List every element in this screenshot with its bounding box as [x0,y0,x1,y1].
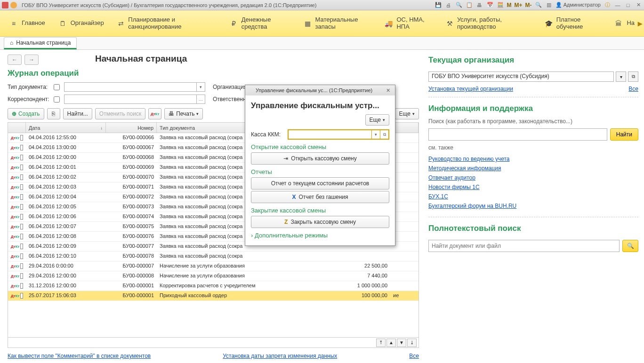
user-label[interactable]: 👤 Администратор [555,2,601,8]
extra-modes-toggle[interactable]: › Дополнительные режимы [251,232,389,239]
panel-icon[interactable]: ▥ [545,1,553,9]
minimize-icon[interactable]: — [614,1,621,9]
info-search-input[interactable] [428,128,607,141]
table-row[interactable]: ДтКт29.04.2016 12:00:00БУ00-000008Начисл… [8,271,419,281]
info-link[interactable]: БУХ.1С [428,193,638,200]
close-icon[interactable]: ✕ [635,1,642,9]
modal-more-button[interactable]: Еще▾ [365,114,389,126]
link-date-lock[interactable]: Установка даты запрета изменения данных [223,353,337,359]
tabbar: ⌂Начальная страница [0,37,644,50]
pager-up[interactable]: ▲ [386,339,396,347]
z-report-icon: Z [284,219,288,225]
dtkt-button[interactable]: ДтКт [148,108,161,119]
info-link[interactable]: Бухгалтерский форум на BUH.RU [428,203,638,209]
report-state-button[interactable]: Отчет о текущем состоянии расчетов [251,177,389,189]
menubar: ≡Главное 🗒Органайзер ⇄Планирование и сан… [0,10,644,37]
save-icon[interactable]: 💾 [435,1,442,9]
link-comment-field[interactable]: Как вывести поле "Комментарий" в списке … [8,353,151,359]
print2-icon[interactable]: 🖶 [476,1,483,9]
memory-m[interactable]: M [507,2,512,8]
plus-icon: ⊕ [12,110,16,117]
org-title: Текущая организация [428,55,638,65]
create-button[interactable]: ⊕Создать [8,108,44,119]
menu-main[interactable]: ≡Главное [3,16,52,31]
info-link[interactable]: Руководство по ведению учета [428,156,638,162]
doc-type-input[interactable]: ▾ [64,82,205,92]
more-button[interactable]: Еще▾ [395,108,419,119]
menu-services[interactable]: ⚒Услуги, работы, производство [439,14,538,33]
chevron-down-icon: ▾ [196,111,199,116]
info-title: Информация и поддержка [428,104,638,113]
clipboard-icon[interactable]: 📋 [466,1,473,9]
corr-label: Корреспондент: [8,96,49,103]
info-icon[interactable]: ⓘ [604,1,611,9]
chevron-down-icon[interactable]: ▾ [371,130,380,139]
table-row[interactable]: ДтКт06.04.2016 12:00:10БУ00-000078Заявка… [8,252,419,261]
col-number[interactable]: Номер [106,123,157,133]
modal-titlebar[interactable]: Управление фискальным ус... (1С:Предприя… [245,85,395,95]
nav-back[interactable]: ← [8,55,22,65]
print-icon[interactable]: 🖨 [445,1,452,9]
menu-organizer[interactable]: 🗒Органайзер [52,16,111,31]
chevron-down-icon[interactable]: ▾ [196,83,205,91]
doc-type-checkbox[interactable] [54,84,60,90]
print-button[interactable]: 🖶Печать▾ [164,108,203,119]
box-icon: ▦ [304,19,312,28]
table-row[interactable]: ДтКт31.12.2016 12:00:00БУ00-000001Коррек… [8,281,419,291]
info-links: Руководство по ведению учетаМетодическая… [428,153,638,212]
pager-down[interactable]: ▼ [397,339,406,347]
shift-close-title: Закрытие кассовой смены [251,207,389,214]
app-icon-2 [10,2,17,8]
menu-scroll-right-icon[interactable]: ▸ [638,18,642,29]
info-link[interactable]: Отвечает аудитор [428,174,638,181]
fts-search-button[interactable]: 🔍 [622,240,638,252]
link-org-all[interactable]: Все [628,86,638,92]
calendar-icon[interactable]: 📅 [486,1,494,9]
link-set-org[interactable]: Установка текущей организации [428,86,513,92]
page-title: Начальная страница [95,54,187,64]
corr-input[interactable]: … [64,95,205,104]
menu-next[interactable]: 🏛На [608,16,641,31]
info-hint: Поиск (как работать в программе, законод… [428,118,638,125]
copy-button[interactable]: ⎘ [47,108,60,119]
col-date[interactable]: Дата↓ [26,123,106,133]
memory-mminus[interactable]: M- [525,2,532,8]
org-open[interactable]: ⧉ [628,71,638,82]
menu-education[interactable]: 🎓Платное обучение [538,14,608,33]
fts-input[interactable] [428,240,620,252]
open-icon[interactable]: ⧉ [380,130,388,139]
search-icon[interactable]: 🔍 [455,1,463,9]
calc-icon[interactable]: 🧮 [497,1,504,9]
zoom-icon[interactable]: 🔍 [535,1,542,9]
find-button[interactable]: Найти... [63,108,92,119]
cancel-search-button[interactable]: Отменить поиск [95,108,145,119]
see-also: см. также [428,144,638,151]
nav-forward[interactable]: → [24,55,39,65]
org-value[interactable]: ГОБУ ВПО Университет искусств (Субсидия) [428,71,614,82]
maximize-icon[interactable]: □ [624,1,632,9]
close-shift-button[interactable]: ZЗакрыть кассовую смену [251,216,389,228]
menu-money[interactable]: ₽Денежные средства [224,14,298,33]
ellipsis-icon[interactable]: … [196,95,205,103]
info-link[interactable]: Методическая информация [428,165,638,172]
pager-first[interactable]: ⤒ [376,339,386,347]
corr-checkbox[interactable] [54,96,60,103]
info-find-button[interactable]: Найти [610,128,638,141]
open-shift-button[interactable]: ⇥Открыть кассовую смену [251,152,389,165]
memory-mplus[interactable]: M+ [515,2,523,8]
info-link[interactable]: Новости фирмы 1С [428,184,638,190]
table-row[interactable]: ДтКт25.07.2017 15:06:03БУ00-000001Приход… [8,291,419,301]
report-nogash-button[interactable]: XОтчет без гашения [251,191,389,203]
link-all[interactable]: Все [409,353,419,359]
reports-title: Отчеты [251,168,389,175]
modal-close-icon[interactable]: ✕ [384,87,392,94]
menu-os[interactable]: 🚚ОС, НМА, НПА [378,14,439,33]
pager-last[interactable]: ⤓ [407,339,417,347]
kassa-input[interactable]: ▾ ⧉ [288,129,389,140]
arrow-in-icon: ⇥ [283,155,288,162]
tab-start[interactable]: ⌂Начальная страница [4,37,77,49]
menu-materials[interactable]: ▦Материальные запасы [298,14,378,33]
org-dropdown[interactable]: ▾ [616,71,626,82]
table-row[interactable]: ДтКт29.04.2016 0:00:00БУ00-000007Начисле… [8,261,419,271]
menu-planning[interactable]: ⇄Планирование и санкционирование [111,14,224,33]
